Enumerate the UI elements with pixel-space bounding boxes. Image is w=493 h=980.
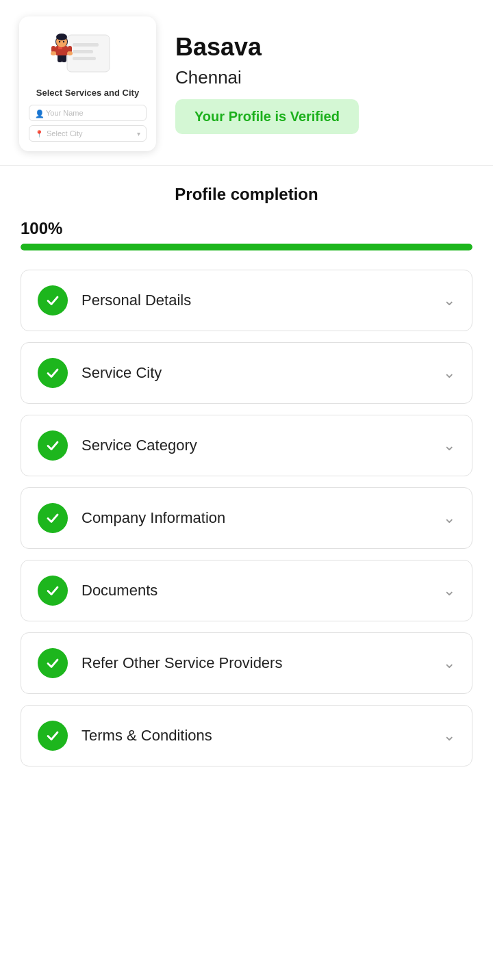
- progress-bar-fill: [21, 244, 472, 250]
- check-circle-category: [38, 430, 68, 461]
- svg-point-16: [63, 41, 64, 42]
- accordion-refer-providers[interactable]: Refer Other Service Providers ⌄: [21, 632, 472, 694]
- label-documents: Documents: [81, 582, 157, 599]
- chevron-down-category: ⌄: [443, 437, 455, 454]
- accordion-documents[interactable]: Documents ⌄: [21, 560, 472, 621]
- accordion-left: Service City: [38, 358, 162, 388]
- chevron-down-icon: ▾: [137, 130, 140, 138]
- checkmark-icon: [45, 438, 60, 453]
- chevron-down-city: ⌄: [443, 364, 455, 382]
- svg-point-14: [56, 34, 67, 40]
- profile-header: Select Services and City 👤 Your Name 📍 S…: [0, 0, 493, 165]
- card-title: Select Services and City: [36, 88, 139, 98]
- profile-info: Basava Chennai Your Profile is Verified: [175, 34, 359, 135]
- label-personal-details: Personal Details: [81, 292, 191, 309]
- check-circle-documents: [38, 576, 68, 606]
- check-circle-terms: [38, 721, 68, 751]
- pin-icon: 📍: [35, 130, 43, 138]
- chevron-down-personal: ⌄: [443, 292, 455, 309]
- accordion-left: Personal Details: [38, 285, 191, 315]
- checkmark-icon: [45, 293, 60, 308]
- check-circle-personal: [38, 285, 68, 315]
- progress-bar: [21, 244, 472, 250]
- completion-section: Profile completion 100% Personal Details…: [0, 166, 493, 773]
- chevron-down-documents: ⌄: [443, 582, 455, 599]
- verified-badge: Your Profile is Verified: [175, 99, 359, 134]
- card-city-placeholder: Select City: [47, 129, 83, 138]
- accordion-left: Terms & Conditions: [38, 721, 212, 751]
- checkmark-icon: [45, 365, 60, 381]
- svg-rect-1: [73, 43, 99, 47]
- accordion-personal-details[interactable]: Personal Details ⌄: [21, 270, 472, 331]
- profile-name: Basava: [175, 34, 359, 61]
- svg-rect-3: [73, 57, 96, 60]
- label-company-info: Company Information: [81, 509, 225, 527]
- svg-point-11: [51, 51, 56, 55]
- profile-card-preview: Select Services and City 👤 Your Name 📍 S…: [19, 16, 156, 151]
- label-service-category: Service Category: [81, 437, 197, 454]
- accordion-left: Documents: [38, 576, 157, 606]
- checkmark-icon: [45, 656, 60, 671]
- accordion-service-category[interactable]: Service Category ⌄: [21, 415, 472, 476]
- profile-location: Chennai: [175, 67, 359, 88]
- check-circle-refer: [38, 648, 68, 678]
- check-circle-city: [38, 358, 68, 388]
- person-icon: 👤: [35, 109, 42, 116]
- card-city-select[interactable]: 📍 Select City ▾: [29, 125, 147, 142]
- checkmark-icon: [45, 728, 60, 743]
- completion-title: Profile completion: [21, 185, 472, 204]
- accordion-terms[interactable]: Terms & Conditions ⌄: [21, 705, 472, 766]
- card-name-placeholder: Your Name: [46, 109, 84, 117]
- svg-point-15: [59, 41, 60, 42]
- accordion-left: Company Information: [38, 503, 225, 533]
- accordion-left: Service Category: [38, 430, 197, 461]
- accordion-company-info[interactable]: Company Information ⌄: [21, 487, 472, 549]
- checkmark-icon: [45, 511, 60, 526]
- card-illustration: [29, 26, 147, 81]
- accordion-list: Personal Details ⌄ Service City ⌄: [21, 270, 472, 766]
- chevron-down-company: ⌄: [443, 509, 455, 527]
- check-circle-company: [38, 503, 68, 533]
- label-terms: Terms & Conditions: [81, 727, 212, 745]
- card-name-field: 👤 Your Name: [29, 105, 147, 121]
- checkmark-icon: [45, 583, 60, 598]
- label-refer-providers: Refer Other Service Providers: [81, 654, 282, 672]
- accordion-left: Refer Other Service Providers: [38, 648, 282, 678]
- svg-rect-2: [73, 50, 93, 53]
- label-service-city: Service City: [81, 364, 162, 382]
- chevron-down-refer: ⌄: [443, 654, 455, 672]
- completion-percent: 100%: [21, 219, 472, 238]
- accordion-service-city[interactable]: Service City ⌄: [21, 342, 472, 404]
- svg-point-12: [67, 51, 73, 55]
- chevron-down-terms: ⌄: [443, 727, 455, 745]
